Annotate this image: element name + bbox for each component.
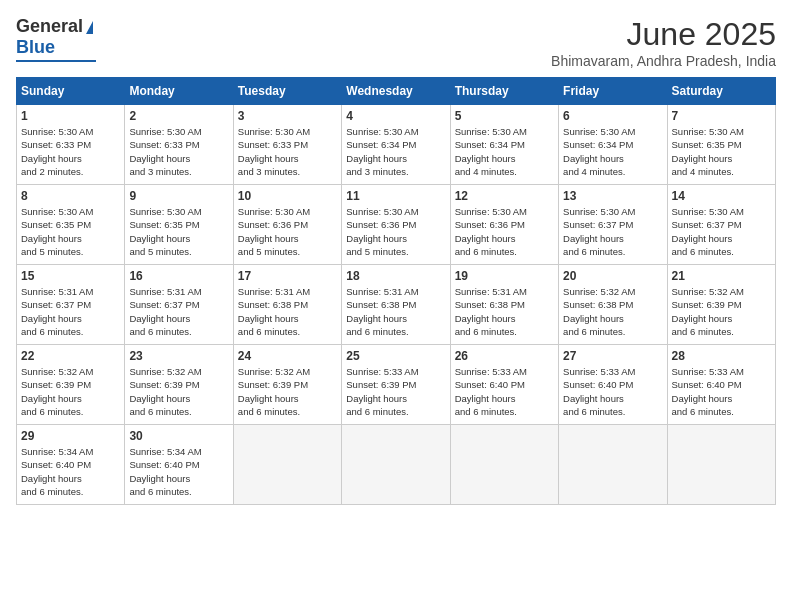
day-info: Sunrise: 5:33 AMSunset: 6:40 PMDaylight … (455, 365, 554, 418)
calendar-day-cell: 9Sunrise: 5:30 AMSunset: 6:35 PMDaylight… (125, 185, 233, 265)
day-number: 26 (455, 349, 554, 363)
day-info: Sunrise: 5:30 AMSunset: 6:35 PMDaylight … (672, 125, 771, 178)
day-of-week-header: Saturday (667, 78, 775, 105)
calendar-day-cell: 21Sunrise: 5:32 AMSunset: 6:39 PMDayligh… (667, 265, 775, 345)
calendar-day-cell: 8Sunrise: 5:30 AMSunset: 6:35 PMDaylight… (17, 185, 125, 265)
day-number: 13 (563, 189, 662, 203)
day-of-week-header: Wednesday (342, 78, 450, 105)
day-info: Sunrise: 5:31 AMSunset: 6:37 PMDaylight … (129, 285, 228, 338)
day-number: 21 (672, 269, 771, 283)
calendar-day-cell: 4Sunrise: 5:30 AMSunset: 6:34 PMDaylight… (342, 105, 450, 185)
calendar-day-cell: 13Sunrise: 5:30 AMSunset: 6:37 PMDayligh… (559, 185, 667, 265)
calendar-header-row: SundayMondayTuesdayWednesdayThursdayFrid… (17, 78, 776, 105)
day-info: Sunrise: 5:34 AMSunset: 6:40 PMDaylight … (21, 445, 120, 498)
day-number: 5 (455, 109, 554, 123)
day-info: Sunrise: 5:32 AMSunset: 6:39 PMDaylight … (21, 365, 120, 418)
day-info: Sunrise: 5:30 AMSunset: 6:34 PMDaylight … (346, 125, 445, 178)
day-number: 9 (129, 189, 228, 203)
day-of-week-header: Tuesday (233, 78, 341, 105)
day-number: 3 (238, 109, 337, 123)
day-info: Sunrise: 5:31 AMSunset: 6:38 PMDaylight … (346, 285, 445, 338)
day-number: 20 (563, 269, 662, 283)
day-number: 29 (21, 429, 120, 443)
calendar-day-cell (667, 425, 775, 505)
day-info: Sunrise: 5:30 AMSunset: 6:37 PMDaylight … (563, 205, 662, 258)
day-number: 28 (672, 349, 771, 363)
location-subtitle: Bhimavaram, Andhra Pradesh, India (551, 53, 776, 69)
page-header: General Blue June 2025 Bhimavaram, Andhr… (16, 16, 776, 69)
day-info: Sunrise: 5:32 AMSunset: 6:39 PMDaylight … (238, 365, 337, 418)
calendar-week-row: 22Sunrise: 5:32 AMSunset: 6:39 PMDayligh… (17, 345, 776, 425)
day-info: Sunrise: 5:31 AMSunset: 6:38 PMDaylight … (238, 285, 337, 338)
calendar-day-cell: 19Sunrise: 5:31 AMSunset: 6:38 PMDayligh… (450, 265, 558, 345)
logo-general-text: General (16, 16, 83, 37)
day-number: 15 (21, 269, 120, 283)
day-number: 2 (129, 109, 228, 123)
calendar-day-cell: 12Sunrise: 5:30 AMSunset: 6:36 PMDayligh… (450, 185, 558, 265)
logo-blue-text: Blue (16, 37, 55, 58)
day-number: 16 (129, 269, 228, 283)
day-number: 8 (21, 189, 120, 203)
day-info: Sunrise: 5:31 AMSunset: 6:37 PMDaylight … (21, 285, 120, 338)
calendar-day-cell: 1Sunrise: 5:30 AMSunset: 6:33 PMDaylight… (17, 105, 125, 185)
calendar-week-row: 1Sunrise: 5:30 AMSunset: 6:33 PMDaylight… (17, 105, 776, 185)
day-info: Sunrise: 5:33 AMSunset: 6:40 PMDaylight … (563, 365, 662, 418)
calendar-day-cell: 11Sunrise: 5:30 AMSunset: 6:36 PMDayligh… (342, 185, 450, 265)
calendar-day-cell: 25Sunrise: 5:33 AMSunset: 6:39 PMDayligh… (342, 345, 450, 425)
calendar-day-cell: 14Sunrise: 5:30 AMSunset: 6:37 PMDayligh… (667, 185, 775, 265)
day-of-week-header: Friday (559, 78, 667, 105)
day-info: Sunrise: 5:30 AMSunset: 6:34 PMDaylight … (455, 125, 554, 178)
calendar-day-cell: 6Sunrise: 5:30 AMSunset: 6:34 PMDaylight… (559, 105, 667, 185)
day-info: Sunrise: 5:30 AMSunset: 6:35 PMDaylight … (21, 205, 120, 258)
day-info: Sunrise: 5:33 AMSunset: 6:40 PMDaylight … (672, 365, 771, 418)
calendar-day-cell (450, 425, 558, 505)
calendar-week-row: 29Sunrise: 5:34 AMSunset: 6:40 PMDayligh… (17, 425, 776, 505)
calendar-day-cell: 23Sunrise: 5:32 AMSunset: 6:39 PMDayligh… (125, 345, 233, 425)
day-info: Sunrise: 5:30 AMSunset: 6:33 PMDaylight … (238, 125, 337, 178)
day-info: Sunrise: 5:34 AMSunset: 6:40 PMDaylight … (129, 445, 228, 498)
day-number: 17 (238, 269, 337, 283)
logo: General Blue (16, 16, 96, 62)
calendar-day-cell: 28Sunrise: 5:33 AMSunset: 6:40 PMDayligh… (667, 345, 775, 425)
calendar-week-row: 15Sunrise: 5:31 AMSunset: 6:37 PMDayligh… (17, 265, 776, 345)
day-number: 27 (563, 349, 662, 363)
title-section: June 2025 Bhimavaram, Andhra Pradesh, In… (551, 16, 776, 69)
day-number: 14 (672, 189, 771, 203)
calendar-table: SundayMondayTuesdayWednesdayThursdayFrid… (16, 77, 776, 505)
logo-underline (16, 60, 96, 62)
calendar-week-row: 8Sunrise: 5:30 AMSunset: 6:35 PMDaylight… (17, 185, 776, 265)
day-number: 4 (346, 109, 445, 123)
day-number: 11 (346, 189, 445, 203)
day-of-week-header: Monday (125, 78, 233, 105)
day-number: 23 (129, 349, 228, 363)
day-info: Sunrise: 5:30 AMSunset: 6:33 PMDaylight … (129, 125, 228, 178)
calendar-day-cell: 27Sunrise: 5:33 AMSunset: 6:40 PMDayligh… (559, 345, 667, 425)
calendar-day-cell: 3Sunrise: 5:30 AMSunset: 6:33 PMDaylight… (233, 105, 341, 185)
day-info: Sunrise: 5:32 AMSunset: 6:39 PMDaylight … (129, 365, 228, 418)
calendar-day-cell (559, 425, 667, 505)
day-info: Sunrise: 5:32 AMSunset: 6:39 PMDaylight … (672, 285, 771, 338)
day-number: 18 (346, 269, 445, 283)
day-info: Sunrise: 5:30 AMSunset: 6:36 PMDaylight … (455, 205, 554, 258)
day-info: Sunrise: 5:33 AMSunset: 6:39 PMDaylight … (346, 365, 445, 418)
calendar-day-cell: 10Sunrise: 5:30 AMSunset: 6:36 PMDayligh… (233, 185, 341, 265)
calendar-day-cell: 5Sunrise: 5:30 AMSunset: 6:34 PMDaylight… (450, 105, 558, 185)
day-info: Sunrise: 5:30 AMSunset: 6:33 PMDaylight … (21, 125, 120, 178)
calendar-day-cell: 17Sunrise: 5:31 AMSunset: 6:38 PMDayligh… (233, 265, 341, 345)
calendar-day-cell: 16Sunrise: 5:31 AMSunset: 6:37 PMDayligh… (125, 265, 233, 345)
day-of-week-header: Sunday (17, 78, 125, 105)
day-info: Sunrise: 5:30 AMSunset: 6:37 PMDaylight … (672, 205, 771, 258)
calendar-day-cell: 7Sunrise: 5:30 AMSunset: 6:35 PMDaylight… (667, 105, 775, 185)
day-number: 22 (21, 349, 120, 363)
calendar-day-cell: 2Sunrise: 5:30 AMSunset: 6:33 PMDaylight… (125, 105, 233, 185)
calendar-day-cell: 15Sunrise: 5:31 AMSunset: 6:37 PMDayligh… (17, 265, 125, 345)
day-info: Sunrise: 5:32 AMSunset: 6:38 PMDaylight … (563, 285, 662, 338)
calendar-day-cell: 22Sunrise: 5:32 AMSunset: 6:39 PMDayligh… (17, 345, 125, 425)
calendar-day-cell: 24Sunrise: 5:32 AMSunset: 6:39 PMDayligh… (233, 345, 341, 425)
day-number: 7 (672, 109, 771, 123)
day-number: 1 (21, 109, 120, 123)
calendar-day-cell (233, 425, 341, 505)
calendar-day-cell: 26Sunrise: 5:33 AMSunset: 6:40 PMDayligh… (450, 345, 558, 425)
day-info: Sunrise: 5:30 AMSunset: 6:34 PMDaylight … (563, 125, 662, 178)
day-info: Sunrise: 5:30 AMSunset: 6:36 PMDaylight … (346, 205, 445, 258)
